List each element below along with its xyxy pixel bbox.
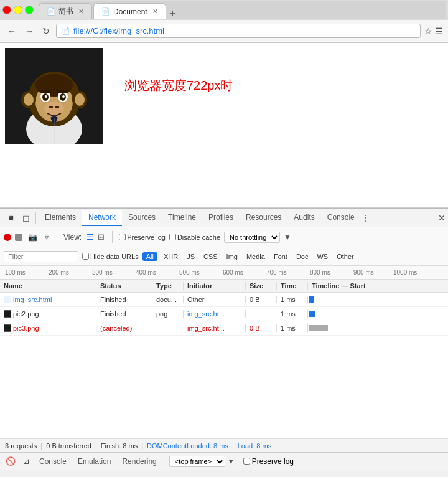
view-icons: ☰ ⊞ xyxy=(85,232,106,242)
record-button[interactable] xyxy=(4,234,11,241)
preserve-log-checkbox[interactable]: Preserve log xyxy=(119,234,166,241)
console-tab-console[interactable]: Console xyxy=(35,456,70,467)
status-load[interactable]: Load: 8 ms xyxy=(238,442,271,450)
row1-name-text: img_src.html xyxy=(13,296,52,303)
filter-js-button[interactable]: JS xyxy=(184,252,197,261)
toolbar-sep-2 xyxy=(112,231,113,243)
row1-type: docu... xyxy=(152,296,184,303)
back-button[interactable]: ← xyxy=(5,25,19,37)
throttle-arrow[interactable]: ▼ xyxy=(284,233,291,242)
table-header: Name Status Type Initiator Size Time Tim… xyxy=(0,280,448,293)
hide-data-checkbox[interactable]: Hide data URLs xyxy=(82,253,139,260)
filter-other-button[interactable]: Other xyxy=(334,252,357,261)
status-domcontent[interactable]: DOMContentLoaded: 8 ms xyxy=(147,442,228,450)
devtools-more-button[interactable]: ⋮ xyxy=(361,213,370,223)
row3-time: 1 ms xyxy=(277,324,308,332)
menu-button[interactable]: ☰ xyxy=(435,26,443,36)
row2-bar xyxy=(309,311,315,317)
row2-name: pic2.png xyxy=(0,310,96,318)
window-controls xyxy=(2,6,34,14)
bookmark-button[interactable]: ☆ xyxy=(424,26,432,36)
filter-input[interactable] xyxy=(4,251,78,262)
frame-select[interactable]: <top frame> xyxy=(169,456,225,467)
console-arrow[interactable]: ▼ xyxy=(228,458,235,465)
devtools-device-icon[interactable]: ◻ xyxy=(19,211,33,225)
disable-cache-checkbox[interactable]: Disable cache xyxy=(169,234,220,241)
row3-status: (canceled) xyxy=(96,324,152,332)
minimize-btn[interactable] xyxy=(14,6,22,14)
filter-all-button[interactable]: All xyxy=(142,252,157,261)
tab-network[interactable]: Network xyxy=(82,210,122,226)
hide-data-input[interactable] xyxy=(82,253,89,260)
disable-cache-label: Disable cache xyxy=(177,234,220,241)
url-bar[interactable]: 📄 file:///G:/flex/img_src.html xyxy=(56,24,421,38)
console-tab-rendering[interactable]: Rendering xyxy=(118,456,160,467)
camera-button[interactable]: 📷 xyxy=(26,232,39,242)
col-header-initiator[interactable]: Initiator xyxy=(184,282,246,290)
filter-media-button[interactable]: Media xyxy=(244,252,268,261)
devtools-tabs: ◾ ◻ Elements Network Sources Timeline Pr… xyxy=(0,209,448,227)
tab-close-2[interactable]: ✕ xyxy=(152,7,158,16)
col-header-name[interactable]: Name xyxy=(0,282,96,290)
close-btn[interactable] xyxy=(2,6,11,14)
tab-resources[interactable]: Resources xyxy=(240,210,287,226)
filter-ws-button[interactable]: WS xyxy=(314,252,330,261)
table-row[interactable]: pic3.png (canceled) img_src.ht... 0 B 1 … xyxy=(0,321,448,336)
col-header-status[interactable]: Status xyxy=(96,282,152,290)
tab-audits[interactable]: Audits xyxy=(287,210,320,226)
col-header-type[interactable]: Type xyxy=(152,282,184,290)
col-header-size[interactable]: Size xyxy=(246,282,277,290)
row1-icon xyxy=(4,296,11,303)
col-header-time[interactable]: Time xyxy=(277,282,308,290)
devtools-status-bar: 3 requests | 0 B transferred | Finish: 8… xyxy=(0,438,448,452)
tab-sources[interactable]: Sources xyxy=(122,210,162,226)
filter-xhr-button[interactable]: XHR xyxy=(161,252,180,261)
devtools-inspect-icon[interactable]: ◾ xyxy=(2,211,19,225)
svg-point-17 xyxy=(62,95,65,98)
table-row[interactable]: pic2.png Finished png img_src.ht... 1 ms xyxy=(0,307,448,321)
title-bar: 📄 简书 ✕ 📄 Document ✕ + xyxy=(0,0,448,20)
preserve-log-input[interactable] xyxy=(119,234,126,240)
tab-console[interactable]: Console xyxy=(321,210,361,226)
frame-select-area: <top frame> ▼ xyxy=(169,456,235,467)
console-tab-emulation[interactable]: Emulation xyxy=(74,456,114,467)
disable-cache-input[interactable] xyxy=(169,234,176,240)
stop-button[interactable] xyxy=(15,234,22,241)
tab-elements[interactable]: Elements xyxy=(39,210,82,226)
monkey-svg xyxy=(5,48,103,144)
console-filter-button[interactable]: ⊿ xyxy=(21,456,32,466)
filter-css-button[interactable]: CSS xyxy=(201,252,220,261)
row1-name: img_src.html xyxy=(0,296,96,303)
preserve-log-console-input[interactable] xyxy=(243,458,250,465)
tab-separator xyxy=(35,212,36,224)
tab-close-1[interactable]: ✕ xyxy=(78,7,84,16)
timeline-marker-200: 200 ms xyxy=(49,269,69,276)
row3-timeline xyxy=(308,321,448,335)
row1-status: Finished xyxy=(96,296,152,303)
maximize-btn[interactable] xyxy=(25,6,34,14)
timeline-marker-600: 600 ms xyxy=(223,269,243,276)
tab-jianshi[interactable]: 📄 简书 ✕ xyxy=(39,3,92,19)
timeline-marker-500: 500 ms xyxy=(179,269,200,276)
reload-button[interactable]: ↻ xyxy=(40,25,52,37)
filter-button[interactable]: ▿ xyxy=(43,232,50,242)
list-view-icon[interactable]: ☰ xyxy=(85,232,95,242)
filter-font-button[interactable]: Font xyxy=(271,252,290,261)
throttle-select[interactable]: No throttling xyxy=(224,232,280,243)
row3-icon xyxy=(4,324,11,332)
table-row[interactable]: img_src.html Finished docu... Other 0 B … xyxy=(0,293,448,307)
console-clear-button[interactable]: 🚫 xyxy=(4,456,17,466)
tab-document[interactable]: 📄 Document ✕ xyxy=(93,3,166,19)
new-tab-button[interactable]: + xyxy=(170,8,175,19)
tab-timeline[interactable]: Timeline xyxy=(162,210,202,226)
col-header-timeline[interactable]: Timeline — Start xyxy=(308,282,448,290)
browser-viewport: 浏览器宽度722px时 xyxy=(0,43,448,208)
status-requests: 3 requests xyxy=(5,442,37,450)
tab-profiles[interactable]: Profiles xyxy=(202,210,240,226)
devtools-close-button[interactable]: ✕ xyxy=(438,213,446,223)
grid-view-icon[interactable]: ⊞ xyxy=(96,232,106,242)
timeline-ruler: 100 ms 200 ms 300 ms 400 ms 500 ms 600 m… xyxy=(0,266,448,280)
filter-doc-button[interactable]: Doc xyxy=(294,252,311,261)
filter-img-button[interactable]: Img xyxy=(224,252,240,261)
forward-button[interactable]: → xyxy=(22,25,36,37)
